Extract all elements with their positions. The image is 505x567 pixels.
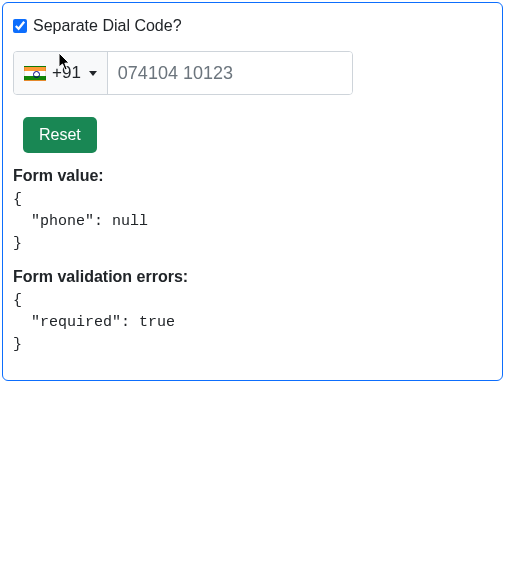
form-value-json: { "phone": null }: [13, 189, 492, 254]
form-errors-label: Form validation errors:: [13, 268, 492, 286]
separate-dial-code-checkbox[interactable]: [13, 19, 27, 33]
separate-dial-code-row: Separate Dial Code?: [13, 17, 492, 35]
form-value-label: Form value:: [13, 167, 492, 185]
phone-number-input[interactable]: [108, 52, 353, 94]
demo-panel: Separate Dial Code? +91 Reset Form value…: [2, 2, 503, 381]
phone-input-group: +91: [13, 51, 353, 95]
separate-dial-code-label[interactable]: Separate Dial Code?: [33, 17, 182, 35]
form-errors-json: { "required": true }: [13, 290, 492, 355]
reset-button[interactable]: Reset: [23, 117, 97, 153]
country-dial-code-button[interactable]: +91: [14, 52, 108, 94]
dial-code-text: +91: [52, 63, 81, 83]
india-flag-icon: [24, 66, 46, 81]
chevron-down-icon: [89, 71, 97, 76]
